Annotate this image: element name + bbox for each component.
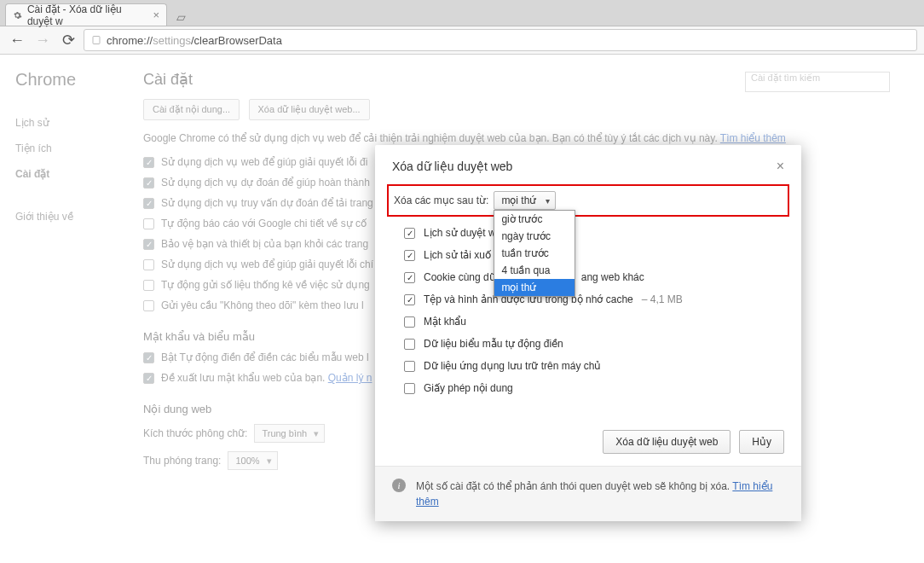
checkbox-icon — [404, 383, 415, 394]
page-icon — [91, 35, 101, 45]
new-tab-button[interactable]: ▱ — [172, 9, 189, 26]
dialog-info: i Một số cài đặt có thể phản ánh thói qu… — [375, 466, 801, 521]
clear-data-option[interactable]: Tệp và hình ảnh được lưu trong bộ nhớ ca… — [404, 293, 784, 305]
tab-bar: Cài đặt - Xóa dữ liệu duyệt w × ▱ — [0, 0, 924, 26]
checkbox-icon — [404, 339, 415, 350]
url-text: chrome://settings/clearBrowserData — [107, 34, 282, 47]
dropdown-option[interactable]: ngày trước — [494, 228, 575, 245]
checkbox-icon — [143, 259, 154, 270]
checkbox-icon — [404, 316, 415, 328]
reload-button[interactable]: ⟳ — [58, 30, 78, 50]
checkbox-icon — [404, 228, 415, 239]
sidebar-item-settings[interactable]: Cài đặt — [15, 161, 136, 187]
time-range-dropdown: giờ trướcngày trướctuần trước4 tuần quam… — [494, 210, 575, 297]
time-range-select[interactable]: mọi thứ giờ trướcngày trướctuần trước4 t… — [494, 191, 556, 210]
checkbox-icon: ✓ — [143, 373, 154, 384]
brand-title: Chrome — [15, 70, 136, 90]
clear-browsing-data-dialog: Xóa dữ liệu duyệt web × Xóa các mục sau … — [375, 145, 801, 521]
svg-rect-0 — [93, 37, 100, 44]
clear-data-option[interactable]: Lịch sử tải xuố — [404, 249, 784, 261]
clear-data-button[interactable]: Xóa dữ liệu duyệt web... — [249, 99, 370, 120]
dropdown-option[interactable]: 4 tuần qua — [494, 262, 575, 279]
cancel-button[interactable]: Hủy — [739, 430, 784, 454]
sidebar-item-about[interactable]: Giới thiệu về — [15, 204, 136, 229]
checkbox-icon — [404, 272, 415, 283]
privacy-description: Google Chrome có thể sử dụng dịch vụ web… — [143, 131, 924, 146]
checkbox-icon — [143, 300, 154, 311]
clear-data-option[interactable]: Dữ liệu biểu mẫu tự động điền — [404, 338, 784, 350]
settings-search[interactable]: Cài đặt tìm kiếm — [745, 72, 890, 92]
toolbar: ← → ⟳ chrome://settings/clearBrowserData — [0, 26, 924, 55]
dropdown-option[interactable]: tuần trước — [494, 245, 575, 262]
checkbox-icon — [143, 280, 154, 291]
checkbox-icon: ✓ — [143, 239, 154, 250]
sidebar-item-history[interactable]: Lịch sử — [15, 110, 136, 136]
content-settings-button[interactable]: Cài đặt nội dung... — [143, 99, 240, 120]
clear-data-option[interactable]: Giấy phép nội dung — [404, 382, 784, 394]
checkbox-icon — [404, 294, 415, 305]
sidebar: Chrome Lịch sử Tiện ích Cài đặt Giới thi… — [0, 70, 136, 479]
checkbox-icon: ✓ — [143, 198, 154, 209]
dropdown-option[interactable]: mọi thứ — [494, 279, 575, 296]
browser-tab[interactable]: Cài đặt - Xóa dữ liệu duyệt w × — [5, 3, 167, 26]
browser-chrome: Cài đặt - Xóa dữ liệu duyệt w × ▱ ← → ⟳ … — [0, 0, 924, 55]
sidebar-item-extensions[interactable]: Tiện ích — [15, 136, 136, 161]
clear-data-option[interactable]: Mật khẩu — [404, 316, 784, 328]
checkbox-icon — [143, 218, 154, 229]
forward-button: → — [32, 30, 53, 50]
checkbox-icon: ✓ — [143, 157, 154, 168]
info-icon: i — [392, 479, 406, 492]
clear-data-option[interactable]: Cookie cùng dữang web khác — [404, 271, 784, 283]
back-button[interactable]: ← — [7, 30, 27, 50]
dialog-title: Xóa dữ liệu duyệt web — [392, 160, 777, 173]
time-range-label: Xóa các mục sau từ: — [394, 194, 488, 206]
dropdown-option[interactable]: giờ trước — [494, 211, 575, 228]
checkbox-icon: ✓ — [143, 352, 154, 363]
checkbox-icon — [404, 250, 415, 261]
clear-data-option[interactable]: Dữ liệu ứng dụng lưu trữ trên máy chủ — [404, 360, 784, 372]
address-bar[interactable]: chrome://settings/clearBrowserData — [84, 29, 917, 51]
dialog-close-button[interactable]: × — [777, 159, 784, 174]
learn-more-link[interactable]: Tìm hiểu thêm — [720, 132, 786, 144]
tab-close-icon[interactable]: × — [153, 9, 159, 21]
zoom-select[interactable]: 100% — [228, 451, 277, 470]
confirm-clear-button[interactable]: Xóa dữ liệu duyệt web — [603, 430, 731, 454]
gear-icon — [13, 10, 22, 20]
checkbox-icon: ✓ — [143, 177, 154, 189]
tab-title: Cài đặt - Xóa dữ liệu duyệt w — [27, 3, 148, 27]
checkbox-icon — [404, 361, 415, 372]
time-range-row: Xóa các mục sau từ: mọi thứ giờ trướcngà… — [387, 184, 789, 217]
font-size-select[interactable]: Trung bình — [254, 424, 325, 443]
clear-data-option[interactable]: Lịch sử duyệt w — [404, 227, 784, 239]
